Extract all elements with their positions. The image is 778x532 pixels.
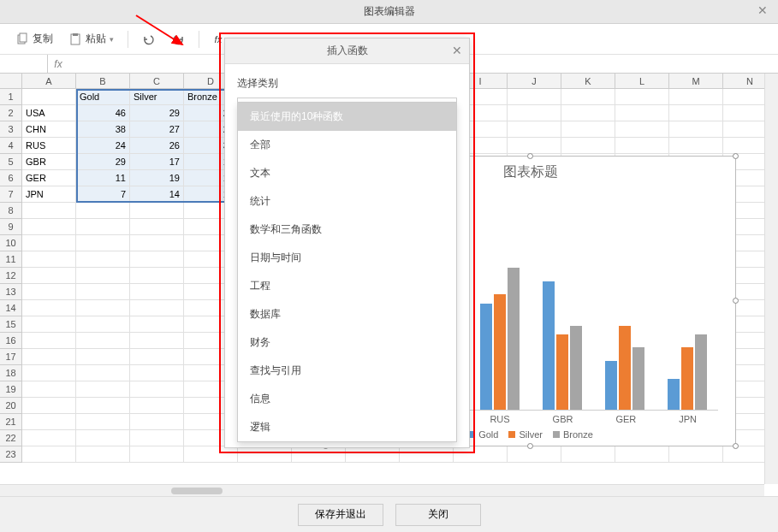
cell[interactable] [22, 365, 76, 381]
dialog-close-icon[interactable]: ✕ [452, 44, 462, 57]
cell[interactable] [615, 89, 669, 105]
cell[interactable] [130, 398, 184, 414]
cell[interactable] [669, 121, 723, 138]
cell[interactable] [76, 300, 130, 316]
redo-button[interactable] [166, 29, 190, 50]
cell[interactable]: 24 [76, 138, 130, 154]
row-header[interactable]: 17 [0, 349, 22, 365]
cell[interactable] [561, 121, 615, 138]
cell[interactable] [76, 268, 130, 284]
column-header[interactable]: C [130, 74, 184, 89]
cell[interactable] [130, 300, 184, 316]
cell[interactable]: 29 [130, 105, 184, 121]
row-header[interactable]: 12 [0, 268, 22, 284]
row-header[interactable]: 4 [0, 138, 22, 154]
cell[interactable] [130, 251, 184, 268]
cell[interactable] [76, 414, 130, 430]
row-header[interactable]: 13 [0, 284, 22, 300]
cell[interactable] [130, 219, 184, 235]
dropdown-option[interactable]: 日期与时间 [238, 244, 456, 272]
cell[interactable]: CHN [22, 121, 76, 138]
cell[interactable] [615, 105, 669, 121]
row-header[interactable]: 20 [0, 398, 22, 414]
dropdown-option[interactable]: 工程 [238, 272, 456, 300]
cell[interactable] [22, 89, 76, 105]
row-header[interactable]: 6 [0, 170, 22, 186]
cell[interactable] [508, 89, 561, 105]
row-header[interactable]: 3 [0, 121, 22, 138]
cell[interactable]: GER [22, 170, 76, 186]
cell[interactable] [22, 333, 76, 349]
cell[interactable] [76, 235, 130, 251]
row-header[interactable]: 22 [0, 430, 22, 446]
dropdown-option[interactable]: 统计 [238, 187, 456, 216]
cell[interactable] [130, 284, 184, 300]
cell[interactable] [130, 203, 184, 219]
cell[interactable] [22, 349, 76, 365]
close-button[interactable]: 关闭 [395, 504, 481, 526]
row-header[interactable]: 5 [0, 154, 22, 170]
cell[interactable] [76, 381, 130, 398]
row-header[interactable]: 23 [0, 446, 22, 463]
cell[interactable] [508, 121, 561, 138]
cell[interactable] [76, 284, 130, 300]
cell[interactable]: Silver [130, 89, 184, 105]
dropdown-option[interactable]: 数学和三角函数 [238, 216, 456, 244]
undo-button[interactable] [137, 29, 161, 50]
cell[interactable]: 7 [76, 186, 130, 203]
dropdown-option[interactable]: 最近使用的10种函数 [238, 103, 456, 131]
cell[interactable]: 46 [76, 105, 130, 121]
column-header[interactable]: K [561, 74, 615, 89]
column-header[interactable]: J [508, 74, 561, 89]
row-header[interactable]: 1 [0, 89, 22, 105]
cell[interactable] [22, 235, 76, 251]
row-header[interactable]: 19 [0, 381, 22, 398]
horizontal-scrollbar[interactable] [0, 484, 764, 496]
row-header[interactable]: 2 [0, 105, 22, 121]
cell[interactable]: 38 [76, 121, 130, 138]
cell[interactable] [508, 138, 561, 154]
column-header[interactable]: L [615, 74, 669, 89]
dropdown-option[interactable]: 查找与引用 [238, 357, 456, 385]
cell[interactable] [22, 430, 76, 446]
cell[interactable]: 14 [130, 186, 184, 203]
cell[interactable] [76, 316, 130, 333]
row-header[interactable]: 7 [0, 186, 22, 203]
cell[interactable] [76, 251, 130, 268]
cell[interactable] [130, 316, 184, 333]
window-close-icon[interactable]: ✕ [757, 3, 771, 17]
cell[interactable] [669, 89, 723, 105]
cell[interactable] [561, 105, 615, 121]
column-header[interactable]: A [22, 74, 76, 89]
dropdown-option[interactable]: 文本 [238, 159, 456, 187]
cell[interactable] [22, 219, 76, 235]
cell[interactable] [22, 203, 76, 219]
resize-handle[interactable] [733, 153, 739, 159]
resize-handle[interactable] [527, 153, 533, 159]
cell[interactable]: 27 [130, 121, 184, 138]
cell[interactable] [22, 381, 76, 398]
cell[interactable] [22, 284, 76, 300]
row-header[interactable]: 8 [0, 203, 22, 219]
cell[interactable] [508, 446, 561, 463]
dropdown-option[interactable]: 信息 [238, 385, 456, 413]
cell[interactable] [76, 430, 130, 446]
dropdown-option[interactable]: 逻辑 [238, 413, 456, 441]
cell[interactable] [76, 203, 130, 219]
row-header[interactable]: 15 [0, 316, 22, 333]
row-header[interactable]: 14 [0, 300, 22, 316]
cell[interactable] [615, 138, 669, 154]
cell[interactable] [130, 446, 184, 463]
row-header[interactable]: 16 [0, 333, 22, 349]
cell[interactable] [76, 398, 130, 414]
cell[interactable] [508, 105, 561, 121]
cell[interactable] [22, 268, 76, 284]
cell[interactable] [561, 89, 615, 105]
cell[interactable] [130, 414, 184, 430]
dropdown-option[interactable]: 数据库 [238, 300, 456, 328]
cell[interactable] [76, 349, 130, 365]
cell[interactable] [130, 333, 184, 349]
cell[interactable] [130, 235, 184, 251]
cell[interactable]: 17 [130, 154, 184, 170]
scroll-thumb[interactable] [171, 488, 223, 494]
